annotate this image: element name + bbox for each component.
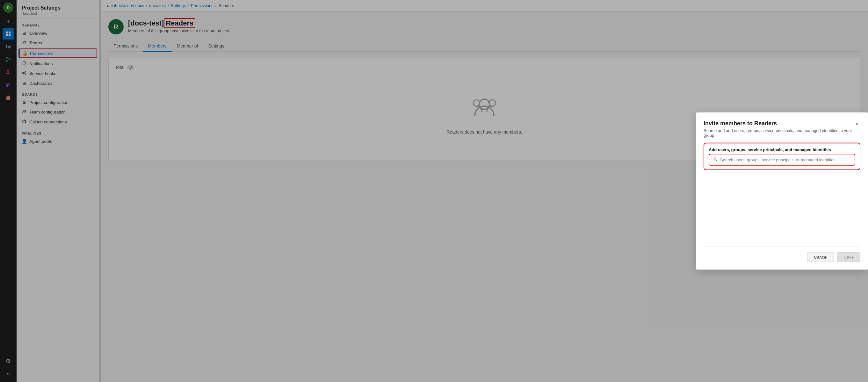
modal-header: Invite members to Readers Search and add… [704,120,860,138]
modal-footer: Cancel Save [704,247,860,262]
add-label: Add users, groups, service principals, a… [709,147,855,152]
modal-title: Invite members to Readers [704,120,853,127]
invite-modal: Invite members to Readers Search and add… [696,113,868,270]
add-users-section: Add users, groups, service principals, a… [704,143,860,170]
modal-close-button[interactable]: × [853,120,860,128]
modal-subtitle: Search and add users, groups, service pr… [704,128,853,138]
search-container [709,154,855,166]
search-icon [713,157,718,163]
search-input[interactable] [720,157,851,162]
save-button[interactable]: Save [837,252,860,262]
cancel-button[interactable]: Cancel [807,252,834,262]
modal-body [704,175,860,239]
add-label-container: Add users, groups, service principals, a… [704,143,860,170]
svg-point-21 [714,158,716,160]
search-box [709,155,855,165]
